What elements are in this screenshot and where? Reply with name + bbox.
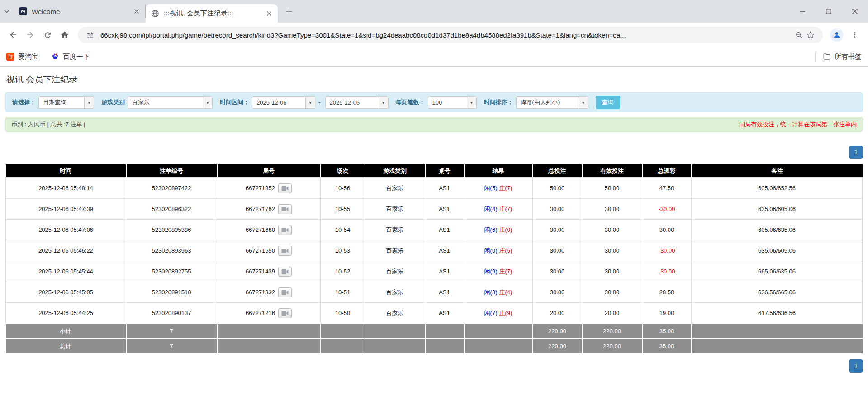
minimize-button[interactable] xyxy=(789,0,816,23)
game-type-select[interactable]: 百家乐 ▾ xyxy=(128,96,213,109)
chevron-down-icon[interactable]: ▾ xyxy=(467,97,476,108)
cell-result: 闲(6)庄(0) xyxy=(464,220,533,240)
menu-dots-icon[interactable] xyxy=(846,26,863,43)
cell-time: 2025-12-06 05:47:39 xyxy=(6,199,126,220)
sort-order-select[interactable]: 降幂(由大到小) ▾ xyxy=(516,96,588,109)
all-bookmarks-button[interactable]: 所有书签 xyxy=(823,53,862,61)
browser-toolbar: 66cxkj98.com/ipl/portal.php/game/betreco… xyxy=(0,23,868,47)
bookmark-star-icon[interactable] xyxy=(805,29,816,41)
chevron-down-icon[interactable]: ▾ xyxy=(379,97,388,108)
total-row: 总计 7 220.00 220.00 35.00 xyxy=(6,339,863,353)
date-from-select[interactable]: 2025-12-06 ▾ xyxy=(252,96,315,109)
col-game-type: 游戏类别 xyxy=(365,164,425,178)
video-replay-button[interactable] xyxy=(278,183,292,193)
cell-game-type: 百家乐 xyxy=(365,240,425,261)
cell-session: 10-51 xyxy=(321,282,365,303)
bookmark-aitaobao[interactable]: 爱淘宝 xyxy=(6,53,38,61)
result-player: 闲(6) xyxy=(484,226,498,233)
cell-table-no: AS1 xyxy=(425,240,464,261)
cell-total-bet[interactable]: 30.00 xyxy=(533,261,582,282)
cell-valid-bet: 50.00 xyxy=(582,178,642,199)
cell-payout: 30.00 xyxy=(642,220,692,240)
home-button[interactable] xyxy=(56,26,73,43)
cell-valid-bet: 20.00 xyxy=(582,303,642,324)
subtotal-total-bet: 220.00 xyxy=(533,324,582,339)
query-type-select[interactable]: 日期查询 ▾ xyxy=(38,96,94,109)
refresh-button[interactable] xyxy=(39,26,56,43)
col-time: 时间 xyxy=(6,164,126,178)
zoom-icon[interactable] xyxy=(793,29,805,41)
footer-empty-cell xyxy=(217,324,321,339)
col-total-bet: 总投注 xyxy=(533,164,582,178)
bookmark-label: 百度一下 xyxy=(63,53,90,61)
result-player: 闲(0) xyxy=(484,247,498,254)
total-total-bet: 220.00 xyxy=(533,339,582,353)
cell-total-bet[interactable]: 30.00 xyxy=(533,199,582,220)
cell-result: 闲(3)庄(4) xyxy=(464,282,533,303)
video-replay-button[interactable] xyxy=(278,267,292,277)
cell-valid-bet: 30.00 xyxy=(582,240,642,261)
round-number: 667271852 xyxy=(246,185,275,191)
round-number: 667271216 xyxy=(246,310,275,316)
date-to-select[interactable]: 2025-12-06 ▾ xyxy=(325,96,389,109)
cell-total-bet[interactable]: 30.00 xyxy=(533,240,582,261)
cell-bet-id: 523020893963 xyxy=(126,240,217,261)
tab-betrecord[interactable]: :::视讯, 会员下注纪录::: xyxy=(146,4,278,23)
video-replay-button[interactable] xyxy=(278,225,292,235)
col-bet-id: 注单编号 xyxy=(126,164,217,178)
all-bookmarks-label: 所有书签 xyxy=(835,53,862,61)
maximize-button[interactable] xyxy=(816,0,842,23)
cell-time: 2025-12-06 05:45:44 xyxy=(6,261,126,282)
bookmarks-bar: 爱淘宝 百度一下 所有书签 xyxy=(0,47,868,67)
new-tab-button[interactable] xyxy=(282,5,296,18)
site-settings-icon[interactable] xyxy=(84,29,96,41)
cell-time: 2025-12-06 05:45:05 xyxy=(6,282,126,303)
video-replay-button[interactable] xyxy=(278,246,292,256)
page-1-button[interactable]: 1 xyxy=(849,359,863,373)
cell-payout: 28.50 xyxy=(642,282,692,303)
chevron-down-icon[interactable]: ▾ xyxy=(203,97,212,108)
page-size-label: 每页笔数： xyxy=(396,98,425,106)
round-number: 667271660 xyxy=(246,226,275,233)
video-replay-button[interactable] xyxy=(278,204,292,214)
cell-payout: -30.00 xyxy=(642,240,692,261)
chevron-down-icon[interactable]: ▾ xyxy=(579,97,588,108)
forward-button[interactable] xyxy=(22,26,39,43)
back-button[interactable] xyxy=(5,26,22,43)
search-button[interactable]: 查询 xyxy=(596,96,620,109)
cell-round: 667271439 xyxy=(217,261,321,282)
subtotal-valid-bet: 220.00 xyxy=(582,324,642,339)
bookmark-baidu[interactable]: 百度一下 xyxy=(51,53,90,61)
video-replay-button[interactable] xyxy=(278,308,292,318)
chevron-down-icon[interactable]: ▾ xyxy=(305,97,315,108)
close-window-button[interactable] xyxy=(842,0,868,23)
footer-empty-cell xyxy=(321,339,365,353)
result-banker: 庄(5) xyxy=(499,247,512,254)
cell-time: 2025-12-06 05:44:25 xyxy=(6,303,126,324)
url-text[interactable]: 66cxkj98.com/ipl/portal.php/game/betreco… xyxy=(100,31,793,39)
tab-welcome[interactable]: Welcome xyxy=(14,5,146,18)
cell-total-bet[interactable]: 30.00 xyxy=(533,282,582,303)
cell-payout: 47.50 xyxy=(642,178,692,199)
page-content: 视讯 会员下注纪录 请选择： 日期查询 ▾ 游戏类别 百家乐 ▾ 时间区间： 2… xyxy=(0,74,868,373)
page-1-button[interactable]: 1 xyxy=(849,146,863,159)
tab-close-icon[interactable] xyxy=(264,9,274,19)
tab-close-icon[interactable] xyxy=(132,6,142,16)
result-player: 闲(4) xyxy=(484,206,498,212)
video-replay-button[interactable] xyxy=(278,287,292,297)
page-size-select[interactable]: 100 ▾ xyxy=(428,96,477,109)
cell-game-type: 百家乐 xyxy=(365,199,425,220)
address-bar[interactable]: 66cxkj98.com/ipl/portal.php/game/betreco… xyxy=(78,27,823,43)
cell-payout: -30.00 xyxy=(642,199,692,220)
cell-time: 2025-12-06 05:48:14 xyxy=(6,178,126,199)
profile-avatar[interactable] xyxy=(830,28,844,42)
cell-note: 617.56/636.56 xyxy=(692,303,863,324)
cell-total-bet[interactable]: 50.00 xyxy=(533,178,582,199)
chevron-down-icon[interactable]: ▾ xyxy=(84,97,94,108)
cell-total-bet[interactable]: 30.00 xyxy=(533,220,582,240)
cell-total-bet[interactable]: 20.00 xyxy=(533,303,582,324)
range-separator: ~ xyxy=(318,99,322,106)
tab-search-chevron-icon[interactable] xyxy=(0,5,14,18)
cell-session: 10-56 xyxy=(321,178,365,199)
result-banker: 庄(0) xyxy=(499,226,512,233)
